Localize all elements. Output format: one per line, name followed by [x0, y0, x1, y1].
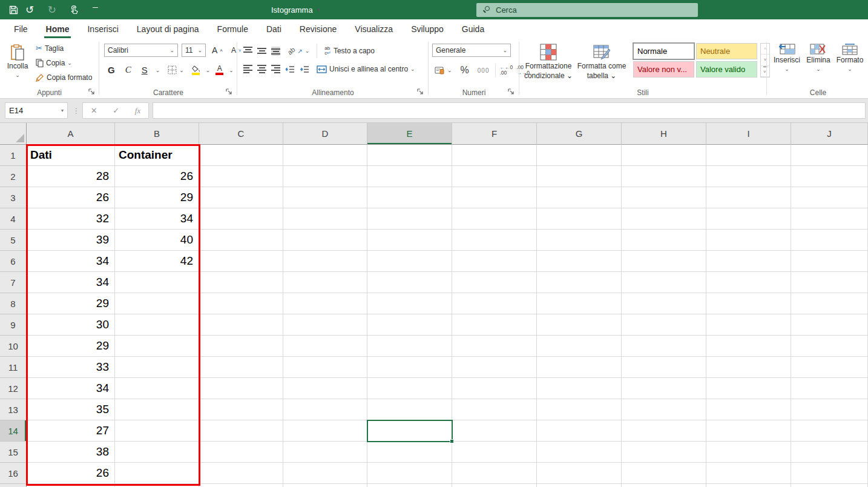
cell-B5[interactable]: 40	[115, 230, 199, 251]
cell-C16[interactable]	[199, 463, 283, 484]
cell-F7[interactable]	[452, 272, 537, 293]
cell-C17[interactable]	[199, 484, 283, 487]
cell-C9[interactable]	[199, 314, 283, 336]
cell-G4[interactable]	[537, 208, 622, 230]
cell-G11[interactable]	[537, 357, 622, 378]
cell-D8[interactable]	[283, 293, 367, 314]
cell-C2[interactable]	[199, 166, 283, 187]
row-header-4[interactable]: 4	[0, 208, 27, 230]
format-painter-button[interactable]: Copia formato	[33, 72, 94, 83]
search-input[interactable]: Cerca	[476, 3, 698, 17]
cell-H12[interactable]	[622, 378, 706, 399]
fill-color-button[interactable]	[192, 65, 200, 75]
cell-F1[interactable]	[452, 145, 537, 166]
cell-J17[interactable]	[791, 484, 868, 487]
cell-G16[interactable]	[537, 463, 622, 484]
cell-A7[interactable]: 34	[27, 272, 115, 293]
cell-F15[interactable]	[452, 442, 537, 463]
column-header-D[interactable]: D	[283, 123, 367, 145]
tab-guida[interactable]: Guida	[453, 19, 493, 38]
tab-visualizza[interactable]: Visualizza	[346, 19, 402, 38]
cell-H4[interactable]	[622, 208, 706, 230]
cell-C3[interactable]	[199, 187, 283, 208]
cell-C13[interactable]	[199, 399, 283, 420]
cell-G10[interactable]	[537, 336, 622, 357]
row-header-14[interactable]: 14	[0, 420, 27, 442]
cell-D3[interactable]	[283, 187, 367, 208]
column-header-B[interactable]: B	[115, 123, 199, 145]
cell-B14[interactable]	[115, 420, 199, 442]
cell-F9[interactable]	[452, 314, 537, 336]
cell-F13[interactable]	[452, 399, 537, 420]
cell-E10[interactable]	[367, 336, 452, 357]
cell-G14[interactable]	[537, 420, 622, 442]
cell-D15[interactable]	[283, 442, 367, 463]
cell-A10[interactable]: 29	[27, 336, 115, 357]
cell-B15[interactable]	[115, 442, 199, 463]
tab-inserisci[interactable]: Inserisci	[78, 19, 127, 38]
cell-F8[interactable]	[452, 293, 537, 314]
cell-A6[interactable]: 34	[27, 251, 115, 272]
cell-J7[interactable]	[791, 272, 868, 293]
cell-I16[interactable]	[706, 463, 791, 484]
cell-A11[interactable]: 33	[27, 357, 115, 378]
row-header-8[interactable]: 8	[0, 293, 27, 314]
cell-H13[interactable]	[622, 399, 706, 420]
cell-J3[interactable]	[791, 187, 868, 208]
cell-E6[interactable]	[367, 251, 452, 272]
cell-C7[interactable]	[199, 272, 283, 293]
cell-E16[interactable]	[367, 463, 452, 484]
row-header-1[interactable]: 1	[0, 145, 27, 166]
cell-C10[interactable]	[199, 336, 283, 357]
cell-I1[interactable]	[706, 145, 791, 166]
allineamento-dialog-launcher[interactable]	[417, 88, 424, 96]
decrease-indent-icon[interactable]	[285, 65, 295, 73]
row-header-12[interactable]: 12	[0, 378, 27, 399]
row-header-7[interactable]: 7	[0, 272, 27, 293]
cell-B17[interactable]	[115, 484, 199, 487]
cell-E11[interactable]	[367, 357, 452, 378]
cell-I7[interactable]	[706, 272, 791, 293]
cell-F2[interactable]	[452, 166, 537, 187]
style-valore-valido[interactable]: Valore valido	[696, 61, 757, 78]
cell-J8[interactable]	[791, 293, 868, 314]
select-all-corner[interactable]	[0, 123, 27, 145]
cell-H2[interactable]	[622, 166, 706, 187]
cell-I13[interactable]	[706, 399, 791, 420]
cell-B11[interactable]	[115, 357, 199, 378]
cell-J15[interactable]	[791, 442, 868, 463]
cell-G7[interactable]	[537, 272, 622, 293]
style-valore-non-valido[interactable]: Valore non v...	[633, 61, 694, 78]
cell-D12[interactable]	[283, 378, 367, 399]
column-header-F[interactable]: F	[452, 123, 537, 145]
conditional-formatting-button[interactable]: Formattazione condizionale ⌄	[522, 39, 575, 81]
customize-quick-access-icon[interactable]: ⌄	[89, 0, 102, 19]
tab-layout-di-pagina[interactable]: Layout di pagina	[128, 19, 208, 38]
selected-cell-outline[interactable]	[367, 420, 453, 442]
touch-mode-icon[interactable]: ⌄	[67, 0, 88, 19]
accounting-format-button[interactable]: ⌄	[432, 65, 455, 76]
cell-F16[interactable]	[452, 463, 537, 484]
cell-B2[interactable]: 26	[115, 166, 199, 187]
numeri-dialog-launcher[interactable]	[508, 88, 515, 96]
tab-revisione[interactable]: Revisione	[291, 19, 346, 38]
cell-D16[interactable]	[283, 463, 367, 484]
column-header-A[interactable]: A	[27, 123, 115, 145]
cell-F3[interactable]	[452, 187, 537, 208]
row-header-6[interactable]: 6	[0, 251, 27, 272]
increase-font-icon[interactable]: A˄	[209, 44, 225, 56]
cell-E12[interactable]	[367, 378, 452, 399]
cell-D5[interactable]	[283, 230, 367, 251]
align-center-icon[interactable]	[257, 65, 266, 73]
cell-A15[interactable]: 38	[27, 442, 115, 463]
cell-E9[interactable]	[367, 314, 452, 336]
align-bottom-icon[interactable]	[271, 47, 280, 56]
borders-button[interactable]: ⌄	[165, 64, 186, 76]
increase-indent-icon[interactable]	[300, 65, 309, 73]
format-cells-button[interactable]: Formato⌄	[835, 39, 865, 72]
cell-D10[interactable]	[283, 336, 367, 357]
column-header-C[interactable]: C	[199, 123, 283, 145]
align-right-icon[interactable]	[271, 65, 280, 73]
cell-C15[interactable]	[199, 442, 283, 463]
cell-H9[interactable]	[622, 314, 706, 336]
